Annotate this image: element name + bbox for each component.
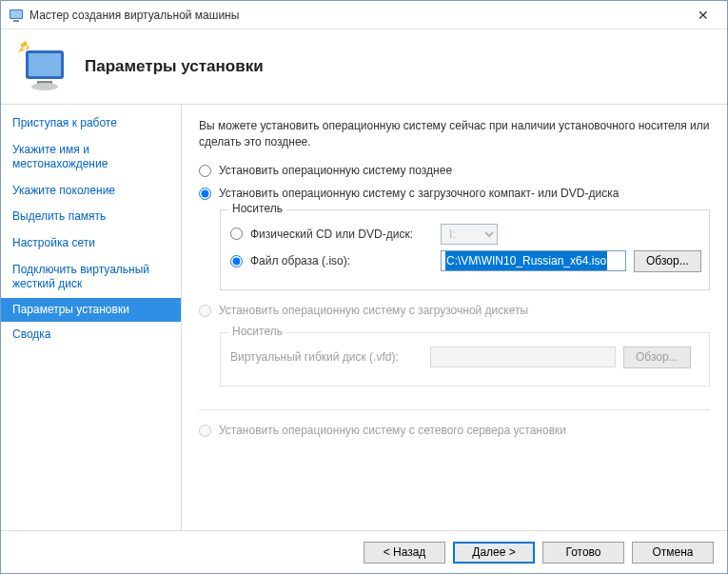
sidebar-item-install[interactable]: Параметры установки	[1, 298, 181, 323]
label-disc: Установить операционную систему с загруз…	[219, 187, 619, 200]
svg-rect-1	[10, 10, 22, 18]
label-vfd: Виртуальный гибкий диск (.vfd):	[230, 350, 430, 364]
group-media-disc: Носитель Физический CD или DVD-диск: I: …	[220, 209, 710, 290]
label-floppy: Установить операционную систему с загруз…	[219, 304, 528, 317]
vfd-path-input	[430, 346, 616, 367]
group-floppy-wrap: Носитель Виртуальный гибкий диск (.vfd):…	[199, 327, 710, 392]
sidebar-item-name[interactable]: Укажите имя и местонахождение	[1, 137, 181, 178]
footer: < Назад Далее > Готово Отмена	[1, 531, 727, 573]
option-install-floppy: Установить операционную систему с загруз…	[199, 304, 710, 317]
sidebar: Приступая к работе Укажите имя и местона…	[1, 105, 182, 530]
page-title: Параметры установки	[85, 57, 264, 76]
titlebar: Мастер создания виртуальной машины ✕	[1, 1, 727, 30]
radio-floppy	[199, 305, 211, 317]
drive-select[interactable]: I:	[441, 224, 498, 245]
label-iso: Файл образа (.iso):	[250, 254, 441, 267]
finish-button[interactable]: Готово	[542, 542, 624, 564]
sidebar-item-memory[interactable]: Выделить память	[1, 204, 181, 230]
close-button[interactable]: ✕	[689, 8, 718, 23]
sidebar-item-disk[interactable]: Подключить виртуальный жесткий диск	[1, 257, 181, 298]
option-install-network: Установить операционную систему с сетево…	[199, 424, 710, 437]
cancel-button[interactable]: Отмена	[632, 542, 714, 564]
row-iso: Файл образа (.iso): C:\VM\WIN10_Russian_…	[230, 250, 699, 272]
svg-rect-4	[29, 53, 61, 76]
radio-iso[interactable]	[230, 255, 243, 267]
option-install-disc[interactable]: Установить операционную систему с загруз…	[199, 187, 710, 200]
legend-floppy: Носитель	[228, 325, 286, 338]
sidebar-item-network[interactable]: Настройка сети	[1, 230, 181, 257]
label-physical: Физический CD или DVD-диск:	[250, 228, 441, 241]
window-title: Мастер создания виртуальной машины	[30, 9, 689, 22]
wizard-window: Мастер создания виртуальной машины ✕ Пар…	[0, 0, 728, 574]
label-later: Установить операционную систему позднее	[219, 164, 452, 177]
sidebar-item-generation[interactable]: Укажите поколение	[1, 178, 181, 205]
app-icon	[9, 8, 24, 23]
content-panel: Вы можете установить операционную систем…	[182, 105, 727, 530]
svg-point-6	[31, 83, 58, 90]
radio-later[interactable]	[199, 165, 211, 177]
sidebar-item-summary[interactable]: Сводка	[1, 322, 181, 348]
radio-physical[interactable]	[230, 228, 243, 240]
svg-rect-2	[13, 20, 19, 22]
radio-network	[199, 425, 211, 437]
row-vfd: Виртуальный гибкий диск (.vfd): Обзор...	[230, 346, 699, 368]
legend-media: Носитель	[228, 202, 286, 215]
sidebar-item-start[interactable]: Приступая к работе	[1, 110, 181, 137]
row-physical: Физический CD или DVD-диск: I:	[230, 224, 699, 245]
label-network: Установить операционную систему с сетево…	[219, 424, 566, 437]
back-button[interactable]: < Назад	[364, 542, 445, 564]
description: Вы можете установить операционную систем…	[199, 118, 710, 150]
browse-iso-button[interactable]: Обзор...	[634, 250, 701, 272]
header: Параметры установки	[1, 30, 727, 104]
divider	[199, 409, 710, 410]
radio-disc[interactable]	[199, 188, 211, 200]
wizard-icon	[16, 39, 71, 94]
option-install-later[interactable]: Установить операционную систему позднее	[199, 164, 710, 177]
group-media-floppy: Носитель Виртуальный гибкий диск (.vfd):…	[220, 332, 710, 386]
iso-path-input[interactable]: C:\VM\WIN10_Russian_x64.iso	[441, 250, 626, 271]
browse-vfd-button: Обзор...	[623, 346, 691, 368]
body: Приступая к работе Укажите имя и местона…	[1, 104, 727, 531]
next-button[interactable]: Далее >	[453, 542, 535, 564]
